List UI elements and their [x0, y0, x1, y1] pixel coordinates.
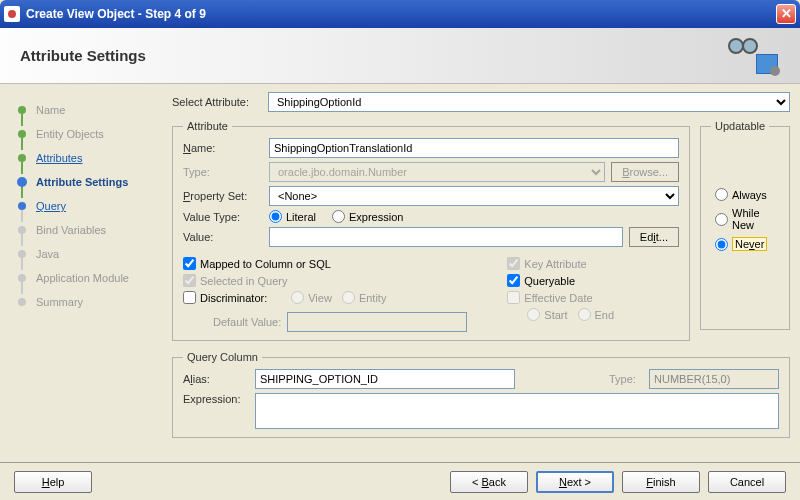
- window-title: Create View Object - Step 4 of 9: [26, 7, 776, 21]
- value-input[interactable]: [269, 227, 623, 247]
- edit-button[interactable]: Edit...: [629, 227, 679, 247]
- type-label: Type:: [183, 166, 263, 178]
- wizard-step-3: Attribute Settings: [10, 170, 160, 194]
- default-value-label: Default Value:: [213, 316, 281, 328]
- key-attribute-checkbox: Key Attribute: [507, 257, 614, 270]
- property-set-label: Property Set:: [183, 190, 263, 202]
- literal-radio[interactable]: Literal: [269, 210, 316, 223]
- name-input[interactable]: [269, 138, 679, 158]
- wizard-steps: NameEntity ObjectsAttributesAttribute Se…: [10, 92, 160, 462]
- app-icon: [4, 6, 20, 22]
- value-type-label: Value Type:: [183, 211, 263, 223]
- expression-radio[interactable]: Expression: [332, 210, 403, 223]
- wizard-step-4[interactable]: Query: [10, 194, 160, 218]
- never-radio[interactable]: Never: [715, 237, 779, 251]
- alias-label: Alias:: [183, 373, 249, 385]
- default-value-input: [287, 312, 467, 332]
- always-radio[interactable]: Always: [715, 188, 779, 201]
- effective-date-checkbox: Effective Date: [507, 291, 614, 304]
- start-radio: Start: [527, 308, 567, 321]
- value-label: Value:: [183, 231, 263, 243]
- type-dropdown: oracle.jbo.domain.Number: [269, 162, 605, 182]
- qc-type-label: Type:: [609, 373, 643, 385]
- help-button[interactable]: Help: [14, 471, 92, 493]
- back-button[interactable]: < Back: [450, 471, 528, 493]
- page-title: Attribute Settings: [20, 47, 146, 64]
- header-illustration: [720, 36, 780, 76]
- view-radio: View: [291, 291, 332, 304]
- attribute-legend: Attribute: [183, 120, 232, 132]
- wizard-footer: Help < Back Next > Finish Cancel: [0, 462, 800, 500]
- wizard-step-5: Bind Variables: [10, 218, 160, 242]
- cancel-button[interactable]: Cancel: [708, 471, 786, 493]
- updatable-legend: Updatable: [711, 120, 769, 132]
- query-column-group: Query Column Alias: Type: Expression:: [172, 351, 790, 438]
- wizard-step-0: Name: [10, 98, 160, 122]
- wizard-step-2[interactable]: Attributes: [10, 146, 160, 170]
- query-column-legend: Query Column: [183, 351, 262, 363]
- property-set-dropdown[interactable]: <None>: [269, 186, 679, 206]
- attribute-group: Attribute Name: Type: oracle.jbo.domain.…: [172, 120, 690, 341]
- discriminator-checkbox[interactable]: Discriminator:: [183, 291, 267, 304]
- while-new-radio[interactable]: While New: [715, 207, 779, 231]
- expression-label: Expression:: [183, 393, 249, 405]
- end-radio: End: [578, 308, 615, 321]
- name-label: Name:: [183, 142, 263, 154]
- entity-radio: Entity: [342, 291, 387, 304]
- next-button[interactable]: Next >: [536, 471, 614, 493]
- select-attribute-dropdown[interactable]: ShippingOptionId: [268, 92, 790, 112]
- titlebar: Create View Object - Step 4 of 9 ✕: [0, 0, 800, 28]
- wizard-step-6: Java: [10, 242, 160, 266]
- updatable-group: Updatable Always While New Never: [700, 120, 790, 330]
- selected-in-query-checkbox: Selected in Query: [183, 274, 467, 287]
- alias-input[interactable]: [255, 369, 515, 389]
- wizard-header: Attribute Settings: [0, 28, 800, 84]
- expression-textarea[interactable]: [255, 393, 779, 429]
- wizard-step-8: Summary: [10, 290, 160, 314]
- wizard-step-1: Entity Objects: [10, 122, 160, 146]
- mapped-checkbox[interactable]: Mapped to Column or SQL: [183, 257, 467, 270]
- close-button[interactable]: ✕: [776, 4, 796, 24]
- wizard-step-7: Application Module: [10, 266, 160, 290]
- queryable-checkbox[interactable]: Queryable: [507, 274, 614, 287]
- qc-type-input: [649, 369, 779, 389]
- browse-button: Browse...: [611, 162, 679, 182]
- finish-button[interactable]: Finish: [622, 471, 700, 493]
- select-attribute-label: Select Attribute:: [172, 96, 262, 108]
